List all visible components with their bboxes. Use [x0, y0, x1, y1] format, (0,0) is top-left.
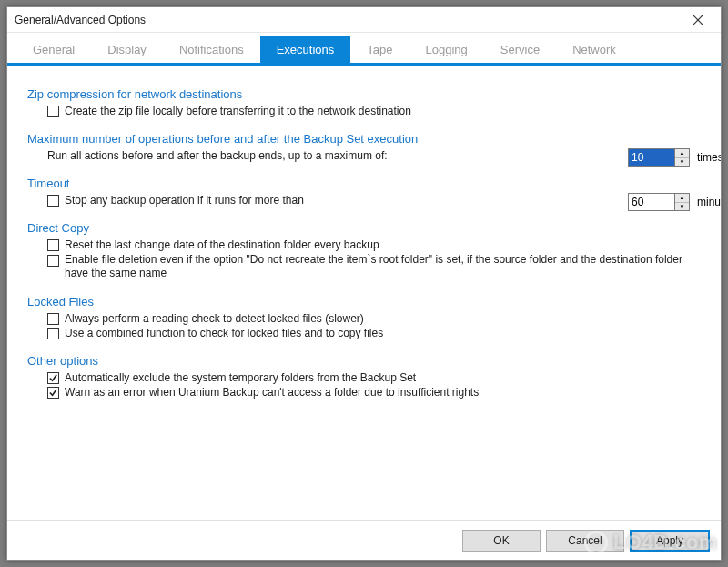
- cancel-button[interactable]: Cancel: [546, 530, 624, 552]
- section-zip: Zip compression for network destinations…: [27, 87, 701, 117]
- options-dialog: General/Advanced Options General Display…: [6, 6, 722, 561]
- unit-timeout: minutes: [697, 196, 721, 208]
- tab-notifications[interactable]: Notifications: [163, 36, 260, 63]
- options-body: Zip compression for network destinations…: [7, 66, 721, 520]
- checkbox-timeout-stop[interactable]: [47, 195, 59, 207]
- section-locked: Locked Files Always perform a reading ch…: [27, 295, 701, 339]
- unit-maxops: times: [697, 151, 721, 164]
- close-button[interactable]: [681, 10, 715, 30]
- section-directcopy: Direct Copy Reset the last change date o…: [27, 221, 701, 280]
- checkbox-dc-enable-delete[interactable]: [47, 255, 59, 267]
- checkbox-other-warn-rights[interactable]: [47, 387, 59, 399]
- tab-service[interactable]: Service: [484, 36, 556, 63]
- tab-network[interactable]: Network: [556, 36, 632, 63]
- checkbox-other-exclude-temp[interactable]: [47, 372, 59, 384]
- label-other-exclude-temp: Automatically exclude the system tempora…: [65, 371, 416, 384]
- dialog-footer: OK Cancel Apply: [7, 520, 721, 560]
- label-dc-enable-delete: Enable file deletion even if the option …: [65, 253, 683, 280]
- label-other-warn-rights: Warn as an error when Uranium Backup can…: [65, 386, 479, 399]
- section-title-other: Other options: [27, 354, 701, 368]
- tab-logging[interactable]: Logging: [409, 36, 483, 63]
- titlebar: General/Advanced Options: [7, 7, 721, 33]
- window-title: General/Advanced Options: [15, 14, 681, 26]
- tab-executions[interactable]: Executions: [260, 36, 351, 63]
- spinner-timeout[interactable]: ▲▼: [675, 193, 690, 211]
- label-timeout-stop: Stop any backup operation if it runs for…: [65, 194, 304, 207]
- spinner-maxops[interactable]: ▲▼: [675, 148, 690, 167]
- apply-button[interactable]: Apply: [630, 530, 710, 552]
- tab-tape[interactable]: Tape: [350, 36, 409, 63]
- section-other: Other options Automatically exclude the …: [27, 354, 701, 399]
- section-title-timeout: Timeout: [27, 177, 701, 190]
- label-zip-local: Create the zip file locally before trans…: [65, 105, 411, 117]
- section-title-locked: Locked Files: [27, 295, 701, 309]
- close-icon: [693, 15, 703, 25]
- tab-strip: General Display Notifications Executions…: [7, 33, 721, 66]
- section-title-zip: Zip compression for network destinations: [27, 87, 701, 101]
- section-title-directcopy: Direct Copy: [27, 221, 701, 235]
- tab-display[interactable]: Display: [91, 36, 163, 63]
- section-timeout: Timeout Stop any backup operation if it …: [27, 177, 701, 207]
- checkbox-locked-readcheck[interactable]: [47, 313, 59, 325]
- checkbox-zip-local[interactable]: [47, 106, 59, 117]
- input-maxops-value[interactable]: [628, 148, 675, 167]
- label-locked-readcheck: Always perform a reading check to detect…: [65, 312, 364, 325]
- checkbox-dc-reset[interactable]: [47, 239, 59, 251]
- ok-button[interactable]: OK: [462, 530, 541, 552]
- label-maxops: Run all actions before and after the bac…: [47, 149, 388, 162]
- input-timeout-value[interactable]: [628, 193, 675, 211]
- section-maxops: Maximum number of operations before and …: [27, 132, 701, 162]
- checkbox-locked-combined[interactable]: [47, 328, 59, 339]
- label-locked-combined: Use a combined function to check for loc…: [65, 327, 383, 339]
- label-dc-reset: Reset the last change date of the destin…: [65, 238, 379, 251]
- tab-general[interactable]: General: [16, 36, 91, 63]
- section-title-maxops: Maximum number of operations before and …: [27, 132, 701, 146]
